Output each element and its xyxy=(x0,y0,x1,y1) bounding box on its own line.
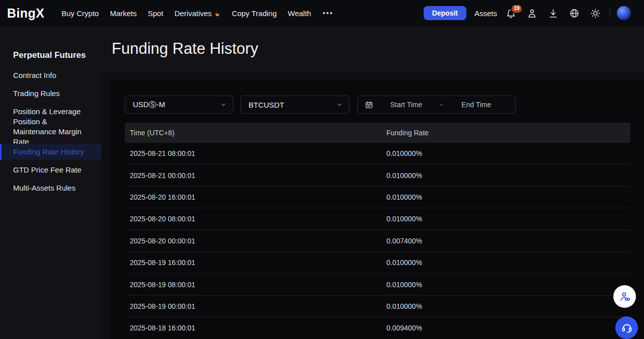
deposit-button[interactable]: Deposit xyxy=(424,6,466,20)
time-cell: 2025-08-19 08:00:01 xyxy=(125,281,381,289)
column-funding-rate: Funding Rate xyxy=(381,129,630,137)
download-app-icon[interactable] xyxy=(547,8,559,19)
time-cell: 2025-08-21 00:00:01 xyxy=(125,172,381,180)
sidebar-item-multi-assets-rules[interactable]: Multi-Assets Rules xyxy=(13,179,101,197)
language-globe-icon[interactable] xyxy=(569,8,580,19)
funding-rate-cell: 0.010000% xyxy=(381,302,630,310)
nav-item-label: Markets xyxy=(110,9,136,18)
market-type-select[interactable]: USDⓈ-M xyxy=(125,96,233,114)
time-cell: 2025-08-21 08:00:01 xyxy=(125,149,381,157)
time-cell: 2025-08-18 16:00:01 xyxy=(125,324,381,332)
funding-rate-cell: 0.010000% xyxy=(381,149,630,157)
table-body: 2025-08-21 08:00:010.010000%2025-08-21 0… xyxy=(125,143,630,339)
content-panel: USDⓈ-M BTCUSDT Start Time xyxy=(101,72,644,339)
table-row: 2025-08-20 00:00:010.007400% xyxy=(125,230,630,252)
nav-item-label: Copy Trading xyxy=(232,9,277,18)
sidebar-item-gtd-price-fee-rate[interactable]: GTD Price Fee Rate xyxy=(13,161,101,179)
sidebar-item-trading-rules[interactable]: Trading Rules xyxy=(13,84,101,103)
chevron-down-icon xyxy=(220,102,226,108)
nav-item-label: Spot xyxy=(148,9,164,18)
funding-rate-table: Time (UTC+8) Funding Rate 2025-08-21 08:… xyxy=(125,123,630,339)
nav-item-wealth[interactable]: Wealth xyxy=(288,9,311,18)
sidebar-list: Contract InfoTrading RulesPosition & Lev… xyxy=(13,66,101,197)
nav-item-label: Wealth xyxy=(288,9,311,18)
table-header: Time (UTC+8) Funding Rate xyxy=(125,123,630,143)
nav-item-spot[interactable]: Spot xyxy=(148,9,164,18)
column-time: Time (UTC+8) xyxy=(125,129,381,137)
nav-divider xyxy=(610,9,610,18)
funding-rate-cell: 0.010000% xyxy=(381,281,630,289)
funding-rate-cell: 0.010000% xyxy=(381,259,630,267)
user-icon[interactable] xyxy=(526,8,538,19)
page-title: Funding Rate History xyxy=(112,40,258,58)
main-menu: Buy CryptoMarketsSpotDerivatives Copy Tr… xyxy=(61,9,311,18)
theme-toggle-sun-icon[interactable] xyxy=(590,8,601,19)
range-separator: - xyxy=(439,101,444,109)
brand-logo[interactable]: BingX xyxy=(7,6,44,21)
sidebar-item-contract-info[interactable]: Contract Info xyxy=(13,66,101,84)
time-cell: 2025-08-19 00:00:01 xyxy=(125,302,381,310)
time-cell: 2025-08-20 16:00:01 xyxy=(125,193,381,201)
top-nav: BingX Buy CryptoMarketsSpotDerivatives C… xyxy=(0,0,644,26)
nav-item-markets[interactable]: Markets xyxy=(110,9,136,18)
table-row: 2025-08-18 16:00:010.009400% xyxy=(125,317,630,339)
date-range-picker[interactable]: Start Time - End Time xyxy=(357,96,516,114)
funding-rate-cell: 0.007400% xyxy=(381,237,630,245)
nav-item-label: Buy Crypto xyxy=(61,9,99,18)
avatar[interactable] xyxy=(617,6,631,20)
funding-rate-cell: 0.010000% xyxy=(381,172,630,180)
nav-item-label: Derivatives xyxy=(175,9,212,18)
end-time-placeholder: End Time xyxy=(443,101,509,109)
chevron-down-icon xyxy=(337,102,343,108)
customer-support-button[interactable] xyxy=(615,316,638,339)
assets-link[interactable]: Assets xyxy=(474,9,497,18)
content-area: Funding Rate History USDⓈ-M BTCUSDT xyxy=(101,26,644,339)
table-row: 2025-08-21 08:00:010.010000% xyxy=(125,143,630,164)
funding-rate-cell: 0.010000% xyxy=(381,215,630,223)
main-area: Perpetual Futures Contract InfoTrading R… xyxy=(0,26,644,339)
sidebar-item-position-maintenance-margin-rate[interactable]: Position & Maintenance Margin Rate xyxy=(13,121,101,143)
table-row: 2025-08-20 08:00:010.010000% xyxy=(125,208,630,230)
flame-icon xyxy=(214,10,221,17)
symbol-value: BTCUSDT xyxy=(249,101,284,109)
table-row: 2025-08-19 16:00:010.010000% xyxy=(125,252,630,274)
more-menu-icon[interactable] xyxy=(322,9,333,17)
start-time-placeholder: Start Time xyxy=(373,101,439,109)
nav-item-derivatives[interactable]: Derivatives xyxy=(175,9,221,18)
time-cell: 2025-08-19 16:00:01 xyxy=(125,259,381,267)
filter-bar: USDⓈ-M BTCUSDT Start Time xyxy=(125,96,630,114)
community-button[interactable] xyxy=(613,285,636,308)
notification-badge: 19 xyxy=(511,4,523,14)
market-type-value: USDⓈ-M xyxy=(133,100,165,110)
funding-rate-cell: 0.009400% xyxy=(381,324,630,332)
time-cell: 2025-08-20 00:00:01 xyxy=(125,237,381,245)
headset-icon xyxy=(621,322,633,334)
table-row: 2025-08-19 00:00:010.010000% xyxy=(125,296,630,317)
sidebar-heading: Perpetual Futures xyxy=(13,48,101,62)
nav-icon-group: 19 xyxy=(505,8,601,19)
sidebar: Perpetual Futures Contract InfoTrading R… xyxy=(0,26,101,339)
table-row: 2025-08-21 00:00:010.010000% xyxy=(125,164,630,186)
table-row: 2025-08-19 08:00:010.010000% xyxy=(125,274,630,295)
notifications-bell-icon[interactable]: 19 xyxy=(505,8,517,19)
symbol-select[interactable]: BTCUSDT xyxy=(240,96,350,114)
nav-item-copy-trading[interactable]: Copy Trading xyxy=(232,9,277,18)
table-row: 2025-08-20 16:00:010.010000% xyxy=(125,187,630,208)
sidebar-item-funding-rate-history[interactable]: Funding Rate History xyxy=(0,144,101,160)
time-cell: 2025-08-20 08:00:01 xyxy=(125,215,381,223)
community-icon xyxy=(619,291,631,303)
funding-rate-cell: 0.010000% xyxy=(381,193,630,201)
funding-rate-panel: USDⓈ-M BTCUSDT Start Time xyxy=(110,79,644,339)
calendar-icon xyxy=(365,101,373,109)
nav-item-buy-crypto[interactable]: Buy Crypto xyxy=(61,9,99,18)
